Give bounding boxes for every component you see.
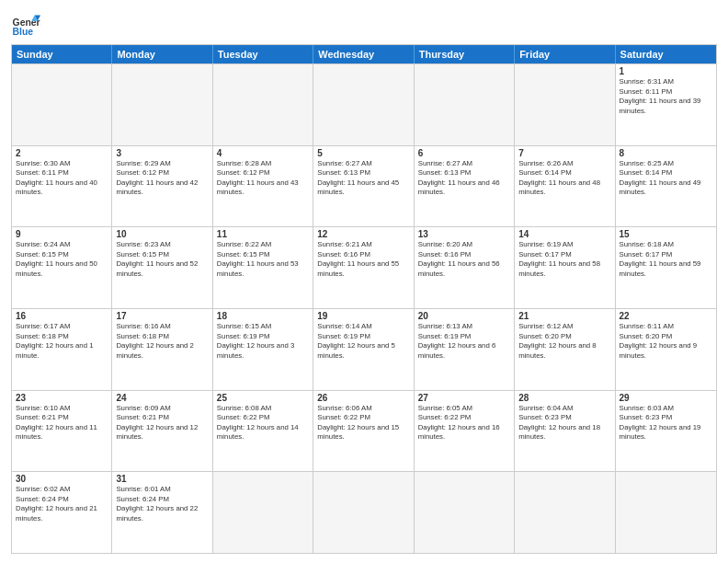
day-cell-25: 25Sunrise: 6:08 AMSunset: 6:22 PMDayligh… <box>213 391 313 472</box>
day-info: Sunrise: 6:11 AMSunset: 6:20 PMDaylight:… <box>620 322 712 361</box>
day-header-wednesday: Wednesday <box>313 45 414 63</box>
day-number: 23 <box>16 393 108 403</box>
day-number: 6 <box>418 148 510 158</box>
day-cell-18: 18Sunrise: 6:15 AMSunset: 6:19 PMDayligh… <box>213 309 313 390</box>
day-info: Sunrise: 6:28 AMSunset: 6:12 PMDaylight:… <box>217 159 309 198</box>
day-number: 30 <box>16 474 108 484</box>
day-cell-23: 23Sunrise: 6:10 AMSunset: 6:21 PMDayligh… <box>12 391 112 472</box>
day-number: 2 <box>16 148 108 158</box>
day-cell-8: 8Sunrise: 6:25 AMSunset: 6:14 PMDaylight… <box>616 146 716 227</box>
day-cell-11: 11Sunrise: 6:22 AMSunset: 6:15 PMDayligh… <box>213 227 313 308</box>
empty-cell <box>313 472 414 553</box>
day-info: Sunrise: 6:19 AMSunset: 6:17 PMDaylight:… <box>518 240 610 279</box>
day-cell-10: 10Sunrise: 6:23 AMSunset: 6:15 PMDayligh… <box>112 227 212 308</box>
day-cell-5: 5Sunrise: 6:27 AMSunset: 6:13 PMDaylight… <box>313 146 414 227</box>
day-info: Sunrise: 6:16 AMSunset: 6:18 PMDaylight:… <box>116 322 208 361</box>
day-number: 19 <box>317 311 409 321</box>
empty-cell <box>313 64 414 145</box>
day-info: Sunrise: 6:05 AMSunset: 6:22 PMDaylight:… <box>418 404 510 442</box>
day-number: 4 <box>217 148 309 158</box>
day-header-saturday: Saturday <box>616 45 716 63</box>
day-info: Sunrise: 6:25 AMSunset: 6:14 PMDaylight:… <box>620 159 712 198</box>
day-info: Sunrise: 6:18 AMSunset: 6:17 PMDaylight:… <box>620 240 712 279</box>
calendar-week-3: 9Sunrise: 6:24 AMSunset: 6:15 PMDaylight… <box>12 226 716 308</box>
day-info: Sunrise: 6:24 AMSunset: 6:15 PMDaylight:… <box>16 240 108 279</box>
empty-cell <box>415 64 515 145</box>
day-header-tuesday: Tuesday <box>213 45 313 63</box>
empty-cell <box>213 64 313 145</box>
day-info: Sunrise: 6:30 AMSunset: 6:11 PMDaylight:… <box>16 159 108 198</box>
page: General Blue SundayMondayTuesdayWednesda… <box>0 0 728 563</box>
calendar-week-2: 2Sunrise: 6:30 AMSunset: 6:11 PMDaylight… <box>12 145 716 227</box>
day-info: Sunrise: 6:23 AMSunset: 6:15 PMDaylight:… <box>116 240 208 279</box>
day-info: Sunrise: 6:31 AMSunset: 6:11 PMDaylight:… <box>620 77 712 116</box>
day-info: Sunrise: 6:15 AMSunset: 6:19 PMDaylight:… <box>217 322 309 361</box>
day-info: Sunrise: 6:04 AMSunset: 6:23 PMDaylight:… <box>518 404 610 442</box>
day-cell-17: 17Sunrise: 6:16 AMSunset: 6:18 PMDayligh… <box>112 309 212 390</box>
day-number: 15 <box>620 229 712 239</box>
day-cell-19: 19Sunrise: 6:14 AMSunset: 6:19 PMDayligh… <box>313 309 414 390</box>
day-number: 20 <box>418 311 510 321</box>
day-cell-4: 4Sunrise: 6:28 AMSunset: 6:12 PMDaylight… <box>213 146 313 227</box>
day-number: 29 <box>620 393 712 403</box>
empty-cell <box>616 472 716 553</box>
day-info: Sunrise: 6:21 AMSunset: 6:16 PMDaylight:… <box>317 240 409 279</box>
header: General Blue <box>11 9 717 39</box>
day-number: 28 <box>518 393 610 403</box>
day-header-sunday: Sunday <box>12 45 112 63</box>
day-cell-30: 30Sunrise: 6:02 AMSunset: 6:24 PMDayligh… <box>12 472 112 553</box>
day-cell-13: 13Sunrise: 6:20 AMSunset: 6:16 PMDayligh… <box>415 227 515 308</box>
day-cell-3: 3Sunrise: 6:29 AMSunset: 6:12 PMDaylight… <box>112 146 212 227</box>
day-info: Sunrise: 6:20 AMSunset: 6:16 PMDaylight:… <box>418 240 510 279</box>
day-info: Sunrise: 6:22 AMSunset: 6:15 PMDaylight:… <box>217 240 309 279</box>
day-header-monday: Monday <box>112 45 212 63</box>
day-cell-7: 7Sunrise: 6:26 AMSunset: 6:14 PMDaylight… <box>515 146 615 227</box>
day-cell-1: 1Sunrise: 6:31 AMSunset: 6:11 PMDaylight… <box>616 64 716 145</box>
empty-cell <box>515 64 615 145</box>
calendar-week-5: 23Sunrise: 6:10 AMSunset: 6:21 PMDayligh… <box>12 390 716 472</box>
day-number: 5 <box>317 148 409 158</box>
day-info: Sunrise: 6:01 AMSunset: 6:24 PMDaylight:… <box>116 485 208 523</box>
day-info: Sunrise: 6:03 AMSunset: 6:23 PMDaylight:… <box>620 404 712 442</box>
day-number: 18 <box>217 311 309 321</box>
day-cell-2: 2Sunrise: 6:30 AMSunset: 6:11 PMDaylight… <box>12 146 112 227</box>
day-number: 12 <box>317 229 409 239</box>
day-info: Sunrise: 6:06 AMSunset: 6:22 PMDaylight:… <box>317 404 409 442</box>
day-number: 17 <box>116 311 208 321</box>
day-number: 16 <box>16 311 108 321</box>
calendar-header: SundayMondayTuesdayWednesdayThursdayFrid… <box>12 45 716 63</box>
empty-cell <box>12 64 112 145</box>
empty-cell <box>112 64 212 145</box>
empty-cell <box>415 472 515 553</box>
svg-text:Blue: Blue <box>13 27 34 37</box>
calendar-body: 1Sunrise: 6:31 AMSunset: 6:11 PMDaylight… <box>12 63 716 553</box>
day-number: 8 <box>620 148 712 158</box>
day-cell-21: 21Sunrise: 6:12 AMSunset: 6:20 PMDayligh… <box>515 309 615 390</box>
day-number: 24 <box>116 393 208 403</box>
day-number: 26 <box>317 393 409 403</box>
day-number: 7 <box>518 148 610 158</box>
day-info: Sunrise: 6:13 AMSunset: 6:19 PMDaylight:… <box>418 322 510 361</box>
logo-icon: General Blue <box>11 9 40 39</box>
day-number: 31 <box>116 474 208 484</box>
day-cell-31: 31Sunrise: 6:01 AMSunset: 6:24 PMDayligh… <box>112 472 212 553</box>
day-cell-20: 20Sunrise: 6:13 AMSunset: 6:19 PMDayligh… <box>415 309 515 390</box>
day-info: Sunrise: 6:09 AMSunset: 6:21 PMDaylight:… <box>116 404 208 442</box>
day-number: 1 <box>620 66 712 76</box>
calendar-week-6: 30Sunrise: 6:02 AMSunset: 6:24 PMDayligh… <box>12 471 716 553</box>
day-info: Sunrise: 6:10 AMSunset: 6:21 PMDaylight:… <box>16 404 108 442</box>
day-info: Sunrise: 6:14 AMSunset: 6:19 PMDaylight:… <box>317 322 409 361</box>
day-cell-14: 14Sunrise: 6:19 AMSunset: 6:17 PMDayligh… <box>515 227 615 308</box>
empty-cell <box>213 472 313 553</box>
day-cell-24: 24Sunrise: 6:09 AMSunset: 6:21 PMDayligh… <box>112 391 212 472</box>
day-cell-6: 6Sunrise: 6:27 AMSunset: 6:13 PMDaylight… <box>415 146 515 227</box>
day-info: Sunrise: 6:02 AMSunset: 6:24 PMDaylight:… <box>16 485 108 523</box>
day-info: Sunrise: 6:26 AMSunset: 6:14 PMDaylight:… <box>518 159 610 198</box>
day-number: 22 <box>620 311 712 321</box>
day-number: 9 <box>16 229 108 239</box>
day-cell-9: 9Sunrise: 6:24 AMSunset: 6:15 PMDaylight… <box>12 227 112 308</box>
day-header-friday: Friday <box>515 45 615 63</box>
day-info: Sunrise: 6:27 AMSunset: 6:13 PMDaylight:… <box>317 159 409 198</box>
day-number: 13 <box>418 229 510 239</box>
day-cell-26: 26Sunrise: 6:06 AMSunset: 6:22 PMDayligh… <box>313 391 414 472</box>
